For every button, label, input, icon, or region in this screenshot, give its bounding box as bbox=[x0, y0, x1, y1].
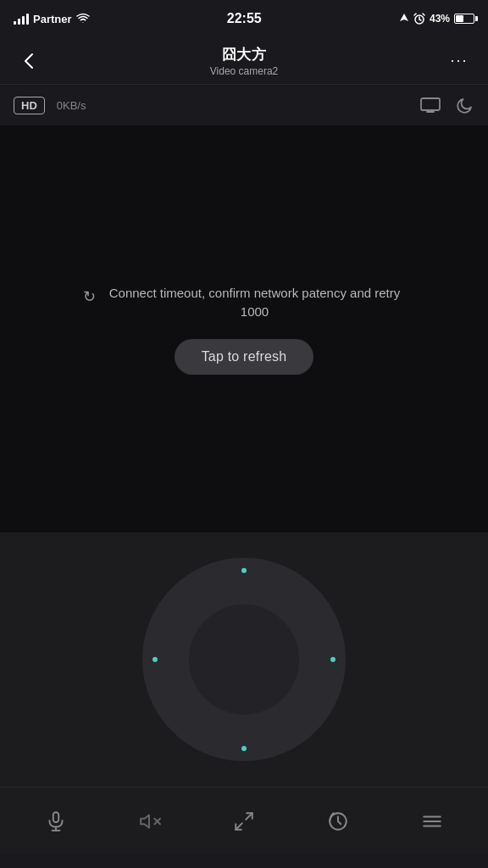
status-right: 43% bbox=[399, 13, 474, 25]
dpad-center-button[interactable] bbox=[189, 604, 299, 715]
battery-icon bbox=[454, 14, 474, 24]
microphone-icon bbox=[45, 810, 67, 832]
menu-icon bbox=[421, 810, 443, 832]
replay-button[interactable] bbox=[317, 800, 359, 843]
svg-rect-1 bbox=[421, 98, 440, 110]
alarm-icon bbox=[413, 13, 425, 25]
dpad-right-dot bbox=[330, 657, 336, 662]
toolbar-right-icons bbox=[420, 96, 474, 114]
fullscreen-icon bbox=[233, 810, 255, 832]
fullscreen-button[interactable] bbox=[223, 800, 265, 843]
bitrate-display: 0KB/s bbox=[57, 99, 86, 112]
tap-refresh-button[interactable]: Tap to refresh bbox=[175, 339, 314, 375]
wifi-icon bbox=[76, 13, 90, 25]
error-message: Connect timeout, confirm network patency… bbox=[104, 284, 405, 322]
nav-bar: 囧大方 Video camera2 ··· bbox=[0, 37, 488, 85]
battery-percent: 43% bbox=[430, 13, 450, 25]
bottom-bar bbox=[0, 787, 488, 854]
mute-icon bbox=[139, 810, 161, 832]
monitor-icon[interactable] bbox=[420, 97, 441, 113]
control-area bbox=[0, 532, 488, 787]
menu-button[interactable] bbox=[411, 800, 453, 843]
svg-marker-5 bbox=[141, 815, 149, 827]
nav-title-block: 囧大方 Video camera2 bbox=[210, 45, 279, 77]
signal-icon bbox=[14, 13, 29, 25]
svg-line-9 bbox=[236, 823, 242, 830]
error-block: ↻ Connect timeout, confirm network paten… bbox=[83, 284, 405, 375]
error-text-row: ↻ Connect timeout, confirm network paten… bbox=[83, 284, 405, 322]
location-icon bbox=[399, 13, 409, 25]
status-left: Partner bbox=[14, 13, 90, 25]
video-area: ↻ Connect timeout, confirm network paten… bbox=[0, 125, 488, 532]
nav-title-main: 囧大方 bbox=[222, 45, 267, 64]
toolbar-row: HD 0KB/s bbox=[0, 85, 488, 125]
back-button[interactable] bbox=[14, 46, 44, 76]
hd-badge[interactable]: HD bbox=[14, 97, 45, 114]
carrier-label: Partner bbox=[33, 13, 72, 25]
dpad-container[interactable] bbox=[142, 558, 346, 761]
more-button[interactable]: ··· bbox=[444, 46, 474, 76]
microphone-button[interactable] bbox=[35, 800, 77, 843]
mute-button[interactable] bbox=[129, 800, 171, 843]
nav-title-sub: Video camera2 bbox=[210, 65, 279, 77]
svg-line-8 bbox=[246, 813, 252, 820]
dpad-up-dot bbox=[241, 568, 247, 573]
retry-icon: ↻ bbox=[83, 286, 96, 309]
dpad-down-dot bbox=[241, 746, 247, 751]
status-time: 22:55 bbox=[227, 11, 262, 26]
status-bar: Partner 22:55 43% bbox=[0, 0, 488, 37]
svg-rect-2 bbox=[53, 812, 58, 822]
dpad-left-dot bbox=[152, 657, 158, 662]
replay-icon bbox=[327, 810, 349, 832]
night-mode-icon[interactable] bbox=[456, 96, 474, 114]
